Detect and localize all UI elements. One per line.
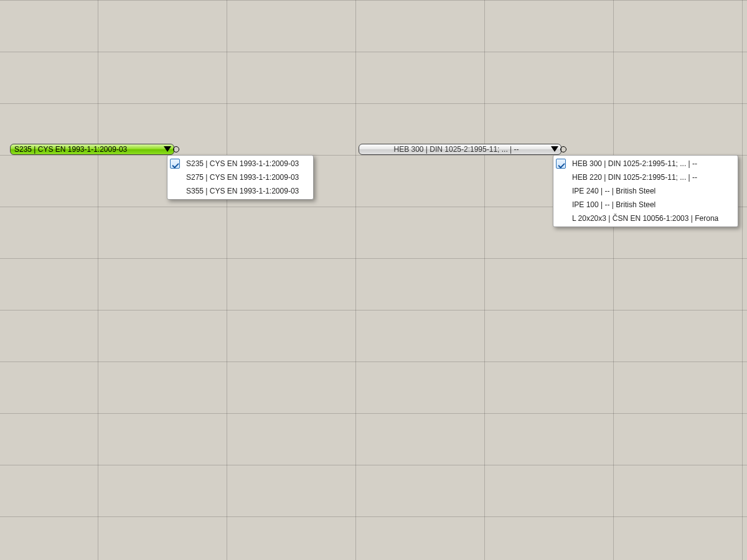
section-dropdown-menu: HEB 300 | DIN 1025-2:1995-11; ... | -- H… (553, 155, 738, 227)
material-option[interactable]: S275 | CYS EN 1993-1-1:2009-03 (169, 170, 312, 184)
section-option[interactable]: IPE 100 | -- | British Steel (555, 198, 736, 212)
material-option-label: S235 | CYS EN 1993-1-1:2009-03 (186, 159, 299, 168)
material-option[interactable]: S235 | CYS EN 1993-1-1:2009-03 (169, 157, 312, 170)
section-option[interactable]: IPE 240 | -- | British Steel (555, 184, 736, 198)
chevron-down-icon (551, 146, 558, 152)
section-node-handle[interactable] (560, 146, 566, 152)
chevron-down-icon (164, 146, 171, 152)
check-icon (556, 159, 566, 169)
section-option-label: HEB 220 | DIN 1025-2:1995-11; ... | -- (572, 173, 697, 182)
section-option[interactable]: HEB 300 | DIN 1025-2:1995-11; ... | -- (555, 157, 736, 170)
section-option[interactable]: HEB 220 | DIN 1025-2:1995-11; ... | -- (555, 170, 736, 184)
material-node-handle[interactable] (173, 146, 179, 152)
material-option-label: S355 | CYS EN 1993-1-1:2009-03 (186, 187, 299, 195)
material-option[interactable]: S355 | CYS EN 1993-1-1:2009-03 (169, 184, 312, 198)
section-option-label: HEB 300 | DIN 1025-2:1995-11; ... | -- (572, 159, 697, 168)
check-icon (170, 159, 180, 169)
material-dropdown-menu: S235 | CYS EN 1993-1-1:2009-03 S275 | CY… (167, 155, 314, 200)
section-dropdown-label: HEB 300 | DIN 1025-2:1995-11; ... | -- (363, 145, 550, 154)
section-option-label: L 20x20x3 | ČSN EN 10056-1:2003 | Ferona (572, 214, 718, 223)
section-option-label: IPE 240 | -- | British Steel (572, 187, 655, 195)
material-option-label: S275 | CYS EN 1993-1-1:2009-03 (186, 173, 299, 182)
material-dropdown-label: S235 | CYS EN 1993-1-1:2009-03 (14, 145, 127, 154)
section-option[interactable]: L 20x20x3 | ČSN EN 10056-1:2003 | Ferona (555, 212, 736, 225)
canvas-grid[interactable] (0, 0, 747, 560)
section-dropdown[interactable]: HEB 300 | DIN 1025-2:1995-11; ... | -- (359, 144, 561, 155)
material-dropdown[interactable]: S235 | CYS EN 1993-1-1:2009-03 (10, 144, 174, 155)
section-option-label: IPE 100 | -- | British Steel (572, 200, 655, 209)
